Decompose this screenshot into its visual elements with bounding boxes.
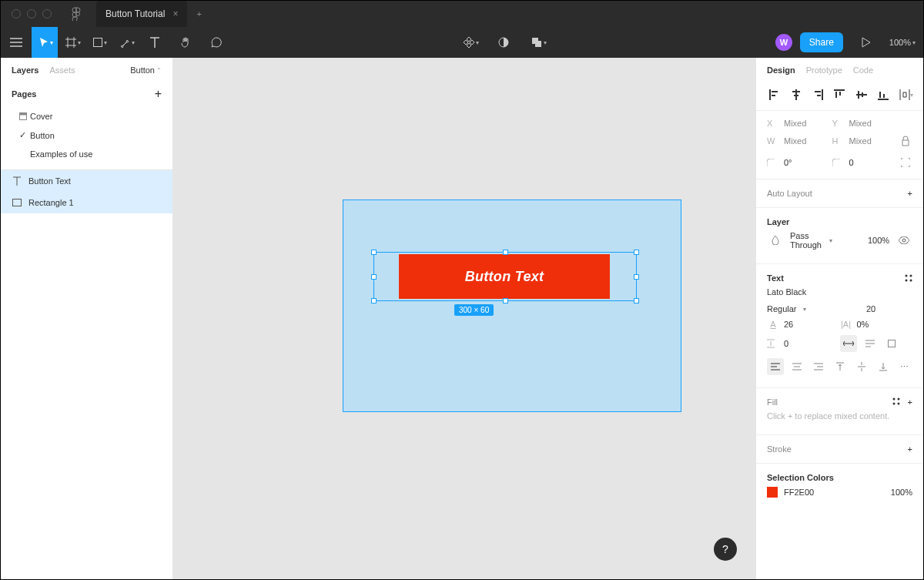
- code-tab[interactable]: Code: [853, 65, 873, 75]
- paragraph-spacing-value[interactable]: 0: [784, 339, 788, 348]
- add-auto-layout-button[interactable]: +: [908, 189, 912, 198]
- add-fill-button[interactable]: +: [908, 397, 912, 407]
- text-align-top-button[interactable]: [832, 358, 849, 375]
- design-tab[interactable]: Design: [767, 65, 795, 75]
- align-right-button[interactable]: [810, 87, 825, 102]
- close-window-icon[interactable]: [12, 9, 21, 18]
- font-weight-value[interactable]: Regular: [767, 304, 797, 313]
- text-align-left-button[interactable]: [767, 358, 784, 375]
- resize-handle-e[interactable]: [634, 274, 639, 280]
- mask-tool[interactable]: [488, 27, 519, 58]
- align-top-button[interactable]: [832, 87, 847, 102]
- w-value[interactable]: Mixed: [784, 136, 826, 146]
- text-more-options-button[interactable]: ⋯: [896, 358, 912, 375]
- help-button[interactable]: ?: [714, 538, 737, 561]
- blend-mode-icon: [767, 232, 784, 249]
- visibility-toggle[interactable]: [896, 232, 912, 249]
- minimize-window-icon[interactable]: [27, 9, 36, 18]
- x-value[interactable]: Mixed: [784, 119, 826, 128]
- fill-styles-button[interactable]: [892, 397, 900, 407]
- comment-tool[interactable]: [201, 27, 232, 58]
- maximize-window-icon[interactable]: [42, 9, 52, 18]
- check-icon: ✓: [19, 130, 30, 140]
- resize-handle-sw[interactable]: [371, 298, 377, 303]
- radius-value[interactable]: 0: [849, 158, 892, 167]
- component-tool[interactable]: ▾: [456, 27, 484, 58]
- letter-spacing-value[interactable]: 0%: [857, 320, 869, 329]
- page-item-button[interactable]: ✓ Button: [1, 126, 172, 145]
- opacity-value[interactable]: 100%: [868, 236, 889, 245]
- resize-handle-se[interactable]: [634, 298, 639, 303]
- window-controls[interactable]: [7, 9, 56, 18]
- add-page-button[interactable]: +: [155, 87, 162, 101]
- text-align-middle-button[interactable]: [853, 358, 870, 375]
- present-button[interactable]: [851, 27, 882, 58]
- align-bottom-button[interactable]: [875, 87, 891, 102]
- resize-handle-s[interactable]: [503, 298, 508, 303]
- color-swatch[interactable]: [767, 487, 778, 498]
- color-hex-value[interactable]: FF2E00: [784, 488, 885, 497]
- fill-hint: Click + to replace mixed content.: [767, 407, 912, 425]
- file-tab[interactable]: Button Tutorial ×: [96, 1, 187, 27]
- assets-tab[interactable]: Assets: [49, 65, 75, 75]
- resize-handle-w[interactable]: [371, 274, 377, 280]
- user-avatar[interactable]: W: [775, 34, 792, 51]
- svg-point-14: [892, 398, 895, 401]
- layer-item-rectangle[interactable]: Rectangle 1: [1, 192, 172, 213]
- frame-tool[interactable]: ▾: [58, 27, 85, 58]
- text-styles-button[interactable]: [905, 274, 912, 282]
- resize-handle-n[interactable]: [503, 250, 508, 255]
- align-left-button[interactable]: [767, 87, 782, 102]
- resize-handle-ne[interactable]: [634, 250, 639, 255]
- blend-mode-value[interactable]: Pass Through: [790, 231, 822, 250]
- position-properties: X Mixed Y Mixed W Mixed H Mixed 0° 0: [756, 111, 923, 179]
- resize-handle-nw[interactable]: [371, 250, 377, 255]
- svg-rect-1: [94, 39, 102, 47]
- page-thumbnail-icon: [19, 112, 30, 120]
- menu-button[interactable]: [1, 27, 32, 58]
- layers-tab[interactable]: Layers: [12, 65, 38, 75]
- independent-corners-button[interactable]: [897, 154, 914, 171]
- lock-aspect-button[interactable]: [897, 132, 914, 149]
- y-value[interactable]: Mixed: [849, 119, 892, 128]
- canvas[interactable]: Button Text 300 × 60 ?: [173, 58, 755, 579]
- auto-width-button[interactable]: [840, 335, 857, 352]
- zoom-control[interactable]: 100% ▾: [889, 38, 916, 47]
- text-align-bottom-button[interactable]: [875, 358, 892, 375]
- rotation-value[interactable]: 0°: [784, 158, 826, 167]
- text-align-center-button[interactable]: [788, 358, 805, 375]
- pen-tool[interactable]: ▾: [112, 27, 139, 58]
- boolean-tool[interactable]: ▾: [524, 27, 551, 58]
- new-tab-button[interactable]: +: [187, 9, 210, 18]
- page-label: Examples of use: [30, 149, 92, 159]
- layer-item-button-text[interactable]: Button Text: [1, 170, 172, 192]
- distribute-button[interactable]: ▾: [897, 87, 912, 102]
- close-tab-icon[interactable]: ×: [172, 8, 178, 19]
- hand-tool[interactable]: [170, 27, 201, 58]
- shape-tool[interactable]: ▾: [85, 27, 112, 58]
- fixed-size-button[interactable]: [883, 335, 900, 352]
- svg-point-12: [910, 280, 912, 282]
- font-size-value[interactable]: 20: [866, 304, 875, 313]
- mask-icon: [498, 37, 509, 48]
- align-hcenter-button[interactable]: [788, 87, 804, 102]
- color-opacity-value[interactable]: 100%: [891, 488, 912, 497]
- stroke-section-title: Stroke: [767, 444, 792, 454]
- frame[interactable]: Button Text 300 × 60: [343, 199, 681, 412]
- prototype-tab[interactable]: Prototype: [806, 65, 842, 75]
- font-family-value[interactable]: Lato Black: [767, 287, 912, 297]
- text-align-right-button[interactable]: [810, 358, 827, 375]
- auto-height-button[interactable]: [862, 335, 879, 352]
- h-value[interactable]: Mixed: [849, 136, 892, 146]
- move-tool[interactable]: ▾: [32, 27, 58, 58]
- page-item-cover[interactable]: Cover: [1, 107, 172, 126]
- rectangle-layer-icon: [12, 199, 22, 206]
- text-tool[interactable]: [139, 27, 170, 58]
- line-height-value[interactable]: 26: [784, 320, 793, 329]
- pages-label: Pages: [12, 89, 36, 99]
- share-button[interactable]: Share: [800, 32, 843, 52]
- page-selector[interactable]: Button ⌃: [130, 65, 162, 75]
- add-stroke-button[interactable]: +: [908, 444, 912, 454]
- align-vcenter-button[interactable]: [854, 87, 869, 102]
- page-item-examples[interactable]: Examples of use: [1, 145, 172, 163]
